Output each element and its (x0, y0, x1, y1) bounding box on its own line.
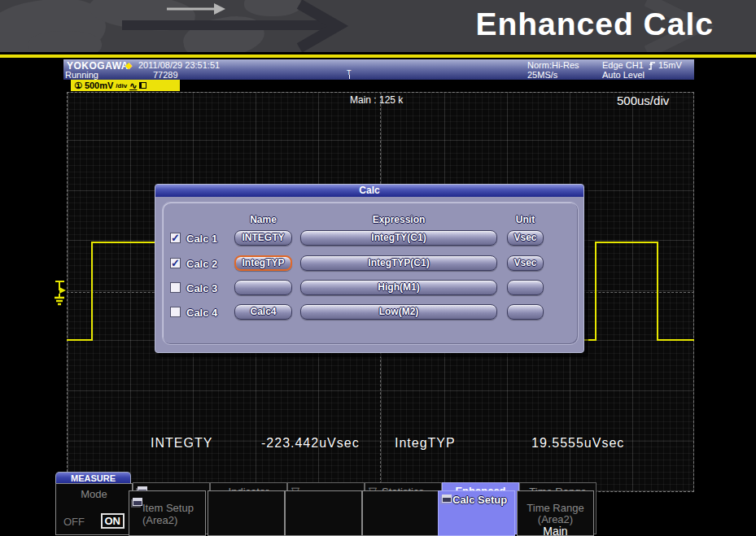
trigger-level: 15mV (658, 60, 682, 70)
page-title: Enhanced Calc (475, 7, 714, 42)
column-header-expression: Expression (300, 214, 497, 225)
calc4-label: Calc 4 (186, 307, 217, 319)
calc2-expression-button[interactable]: IntegTYP(C1) (300, 255, 497, 271)
calc2-checkbox[interactable]: ✓ (170, 258, 181, 268)
time-range-area: (Area2) (518, 513, 593, 525)
trigger-position-tick (349, 75, 350, 79)
trigger-source: Edge CH1 (602, 60, 644, 70)
calc-dialog: Calc Name Expression Unit ✓ Calc 1 INTEG… (155, 184, 584, 353)
calc1-unit-button[interactable]: Vsec (507, 230, 544, 246)
mode-on-option-selected[interactable]: ON (101, 513, 125, 529)
calc-row-3: Calc 3 High(M1) (155, 280, 585, 296)
window-icon (133, 498, 142, 506)
top-banner: Enhanced Calc (0, 0, 756, 52)
softkey-empty-2[interactable] (285, 490, 362, 536)
calc3-checkbox[interactable] (170, 282, 181, 293)
column-header-name: Name (234, 214, 292, 225)
acquisition-status: Running (65, 70, 98, 80)
measurement2-value: 19.5555uVsec (531, 436, 624, 451)
item-setup-label: Item Setup (142, 502, 194, 514)
trigger-ground-marker (54, 280, 68, 307)
brand-diamond-icon: ◆ (125, 60, 132, 71)
softkey-empty-1[interactable] (208, 490, 285, 536)
calc-dialog-titlebar: Calc (155, 185, 583, 197)
calc2-unit-button[interactable]: Vsec (507, 255, 544, 271)
item-setup-area: (Area2) (142, 514, 177, 526)
time-range-label: Time Range (518, 502, 593, 514)
calc-setup-label: Calc Setup (452, 494, 507, 506)
calc3-unit-button[interactable] (507, 280, 544, 295)
measurement1-value: -223.442uVsec (261, 436, 360, 451)
softkey-calc-setup[interactable]: Calc Setup (438, 490, 515, 536)
mode-label: Mode (56, 488, 132, 500)
channel1-badge[interactable]: ① 500mV /div ∿ (71, 80, 180, 91)
oscilloscope-screen: YOKOGAWA ◆ 2011/08/29 23:51:51 Running 7… (47, 59, 696, 536)
channel-scale-unit: /div (116, 82, 127, 89)
scope-header-bar: YOKOGAWA ◆ 2011/08/29 23:51:51 Running 7… (63, 59, 694, 80)
calc-row-1: ✓ Calc 1 INTEGTY IntegTY(C1) Vsec (155, 230, 585, 246)
calc1-label: Calc 1 (186, 233, 217, 245)
softkey-time-range[interactable]: Time Range (Area2) Main (517, 490, 594, 536)
calc1-name-button[interactable]: INTEGTY (234, 230, 292, 246)
accent-divider (0, 54, 756, 58)
column-header-unit: Unit (507, 214, 544, 225)
calc4-checkbox[interactable] (170, 307, 181, 317)
record-mode: Norm:Hi-Res (527, 60, 579, 70)
calc2-name-button-selected[interactable]: IntegTYP (234, 255, 292, 271)
acquisition-count: 77289 (153, 70, 178, 80)
calc4-expression-button[interactable]: Low(M2) (300, 304, 497, 320)
measurement2-label: IntegTYP (395, 436, 456, 451)
calc1-expression-button[interactable]: IntegTY(C1) (300, 230, 497, 246)
calc-row-2: ✓ Calc 2 IntegTYP IntegTYP(C1) Vsec (155, 255, 585, 272)
channel-scale: 500mV (85, 81, 113, 90)
time-range-selected-value: Main (518, 525, 593, 536)
calc4-unit-button[interactable] (507, 304, 544, 320)
softkey-empty-3[interactable] (362, 490, 439, 536)
calc3-expression-button[interactable]: High(M1) (300, 280, 497, 295)
calc4-name-button[interactable]: Calc4 (234, 304, 292, 320)
mode-off-option[interactable]: OFF (63, 516, 85, 528)
sample-rate: 25MS/s (527, 70, 557, 80)
probe-icon (139, 82, 146, 89)
calc1-checkbox[interactable]: ✓ (170, 233, 181, 243)
calc3-label: Calc 3 (186, 282, 217, 294)
calc-row-4: Calc 4 Calc4 Low(M2) (155, 304, 585, 320)
calc3-name-button[interactable] (234, 280, 292, 295)
tab-measure[interactable]: MEASURE (55, 472, 131, 484)
ac-coupling-icon: ∿ (129, 81, 137, 91)
window-icon (442, 495, 452, 503)
softkey-item-setup[interactable]: Item Setup (Area2) (129, 490, 206, 536)
trigger-mode: Auto Level (602, 70, 645, 80)
mode-softkey[interactable]: Mode OFF ON (55, 483, 133, 535)
calc2-label: Calc 2 (186, 258, 217, 270)
measurement1-label: INTEGTY (151, 436, 212, 451)
rising-edge-icon (648, 61, 656, 70)
datetime: 2011/08/29 23:51:51 (138, 60, 220, 70)
channel-number: ① (74, 81, 82, 91)
